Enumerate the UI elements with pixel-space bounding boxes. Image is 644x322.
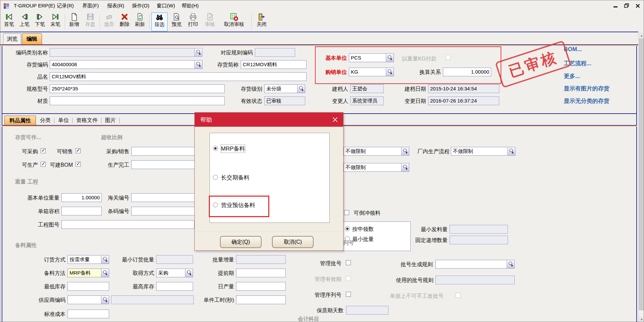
ok-button[interactable]: 确定(Q) bbox=[220, 236, 262, 248]
min-stock-field[interactable] bbox=[67, 282, 109, 291]
toolbar-new-button[interactable]: 新增 bbox=[67, 12, 82, 31]
box-volume-field[interactable] bbox=[61, 207, 102, 215]
minimize-button[interactable] bbox=[613, 6, 617, 7]
menu-operation[interactable]: 操作(O) bbox=[132, 3, 149, 9]
lookup-icon[interactable] bbox=[101, 296, 109, 304]
lookup-icon[interactable] bbox=[194, 61, 202, 69]
dialog-separator bbox=[195, 232, 343, 232]
toolbar-print-button[interactable]: 打印 bbox=[186, 12, 200, 31]
producible-checkbox[interactable] bbox=[41, 162, 46, 167]
toolbar-last-button[interactable]: 末笔 bbox=[48, 12, 63, 31]
restriction-field-2[interactable]: 不做限制 bbox=[343, 163, 409, 172]
inventory-code-field[interactable]: 400400008 bbox=[50, 60, 202, 69]
long-leadtime-option[interactable]: 长交期备料 bbox=[221, 174, 249, 182]
more-link[interactable]: 更多... bbox=[564, 72, 580, 80]
lookup-icon[interactable] bbox=[507, 260, 514, 268]
lookup-icon[interactable] bbox=[507, 147, 515, 155]
section-header-over-ratio: 超收比例 bbox=[101, 134, 123, 141]
lookup-icon[interactable] bbox=[386, 68, 394, 76]
toolbar-first-button[interactable]: 首笔 bbox=[2, 12, 16, 31]
order-mode-field[interactable]: 按需求量 bbox=[67, 255, 109, 264]
conversion-field[interactable]: 1.00000 bbox=[443, 68, 491, 76]
batch-rule-field[interactable] bbox=[435, 260, 515, 269]
close-window-button[interactable] bbox=[636, 3, 640, 8]
toolbar-next-button[interactable]: 下笔 bbox=[33, 12, 47, 31]
toolbar-filter-button[interactable]: 筛选 bbox=[151, 12, 168, 31]
help-dialog-titlebar[interactable]: 帮助 bbox=[195, 113, 343, 127]
restriction-field-1[interactable]: 不做限制 bbox=[343, 147, 409, 156]
code-category-field[interactable] bbox=[50, 48, 202, 57]
bom-allowed-checkbox[interactable] bbox=[76, 162, 81, 167]
spec-field[interactable]: 250*240*35 bbox=[50, 84, 225, 93]
scroll-up-icon[interactable]: ▲ bbox=[639, 33, 644, 38]
lookup-icon[interactable] bbox=[101, 255, 109, 264]
menu-app[interactable]: T-GROUP ERP(E) bbox=[14, 3, 55, 8]
lookup-icon[interactable] bbox=[401, 163, 409, 171]
subtab-item-attributes[interactable]: 料品属性 bbox=[4, 116, 36, 125]
manage-batch-checkbox[interactable] bbox=[346, 260, 351, 265]
toolbar-prev-button[interactable]: 上笔 bbox=[17, 12, 32, 31]
lookup-icon[interactable] bbox=[101, 269, 109, 277]
scroll-down-icon[interactable]: ▼ bbox=[639, 317, 644, 322]
min-batch-label: 最小批量 bbox=[352, 236, 374, 243]
min-order-batch-field bbox=[156, 255, 193, 264]
menu-record[interactable]: 记录(R) bbox=[57, 3, 74, 9]
lookup-icon[interactable] bbox=[194, 48, 202, 56]
lookup-icon[interactable] bbox=[185, 269, 193, 277]
lookup-icon[interactable] bbox=[297, 85, 305, 93]
toolbar-refresh-button[interactable]: 刷新 bbox=[133, 12, 147, 31]
base-unit-weight-field[interactable]: 1.00000 bbox=[61, 193, 102, 202]
max-stock-label: 最高库存 bbox=[128, 283, 154, 290]
toolbar-cancel-audit-button[interactable]: 取消审核 bbox=[219, 12, 249, 31]
base-unit-field[interactable]: PCS bbox=[349, 53, 394, 62]
lookup-icon[interactable] bbox=[401, 147, 409, 155]
vertical-scrollbar[interactable]: ▲ ▼ bbox=[638, 33, 644, 322]
inventory-abbr-field[interactable]: CR12MOV精料 bbox=[241, 60, 307, 69]
mrp-prep-option[interactable]: MRP备料 bbox=[221, 145, 245, 153]
toolbar-preview-button[interactable]: 预览 bbox=[169, 12, 184, 31]
supplier-code-field[interactable] bbox=[67, 295, 109, 304]
restore-button[interactable] bbox=[624, 3, 629, 8]
by-requisition-radio[interactable] bbox=[345, 226, 350, 231]
product-name-field[interactable]: CR12MOV精料 bbox=[50, 72, 307, 81]
show-unclassified-link[interactable]: 显示无分类的存货 bbox=[564, 97, 609, 105]
prep-method-field[interactable]: MRP备料 bbox=[67, 269, 109, 277]
barcode-field[interactable] bbox=[131, 207, 195, 215]
toolbar-delete-button[interactable]: 删除 bbox=[117, 12, 132, 31]
sellable-checkbox[interactable] bbox=[76, 148, 81, 153]
lead-time-field[interactable] bbox=[236, 269, 286, 277]
factory-flow-field[interactable]: 不做限制 bbox=[451, 147, 515, 156]
dialog-close-icon[interactable] bbox=[332, 116, 338, 123]
subtab-picture[interactable]: 图片 bbox=[102, 116, 119, 125]
drawing-number-field[interactable] bbox=[61, 220, 194, 229]
subtab-category[interactable]: 分类 bbox=[37, 116, 53, 125]
customs-code-field[interactable] bbox=[131, 193, 195, 202]
mrp-prep-radio[interactable] bbox=[213, 146, 218, 151]
manage-serial-checkbox[interactable] bbox=[346, 292, 351, 297]
unit-time-field[interactable] bbox=[236, 295, 286, 304]
toolbar-close-button[interactable]: 关闭 bbox=[254, 12, 269, 31]
lookup-icon[interactable] bbox=[386, 54, 394, 62]
tab-browse[interactable]: 浏览 bbox=[3, 33, 21, 44]
menu-report[interactable]: 报表(R) bbox=[107, 3, 124, 9]
inventory-level-field[interactable]: 未分级 bbox=[264, 84, 305, 93]
max-stock-field[interactable] bbox=[156, 282, 193, 291]
long-leadtime-radio[interactable] bbox=[213, 175, 218, 180]
daily-output-field[interactable] bbox=[236, 282, 286, 291]
show-with-images-link[interactable]: 显示有图片的存货 bbox=[564, 85, 609, 92]
menu-help[interactable]: 帮助(H) bbox=[182, 3, 199, 9]
menu-window[interactable]: 窗口(W) bbox=[157, 3, 175, 9]
purchasable-checkbox[interactable] bbox=[41, 148, 46, 153]
acquire-mode-field[interactable]: 采购 bbox=[156, 269, 193, 277]
cancel-button[interactable]: 取消(C) bbox=[272, 236, 314, 248]
subtab-unit[interactable]: 单位 bbox=[55, 116, 72, 125]
menu-interface[interactable]: 界面(F) bbox=[82, 3, 99, 9]
material-field[interactable] bbox=[50, 96, 225, 105]
trade-unit-field[interactable]: KG bbox=[349, 68, 394, 76]
subtab-qualification[interactable]: 资格文件 bbox=[74, 116, 100, 125]
scrollbar-thumb[interactable] bbox=[639, 39, 644, 310]
tab-edit[interactable]: 编辑 bbox=[22, 33, 42, 44]
standard-cost-field[interactable] bbox=[67, 310, 109, 318]
eraser-icon bbox=[105, 12, 113, 21]
backflush-checkbox[interactable] bbox=[344, 210, 349, 215]
